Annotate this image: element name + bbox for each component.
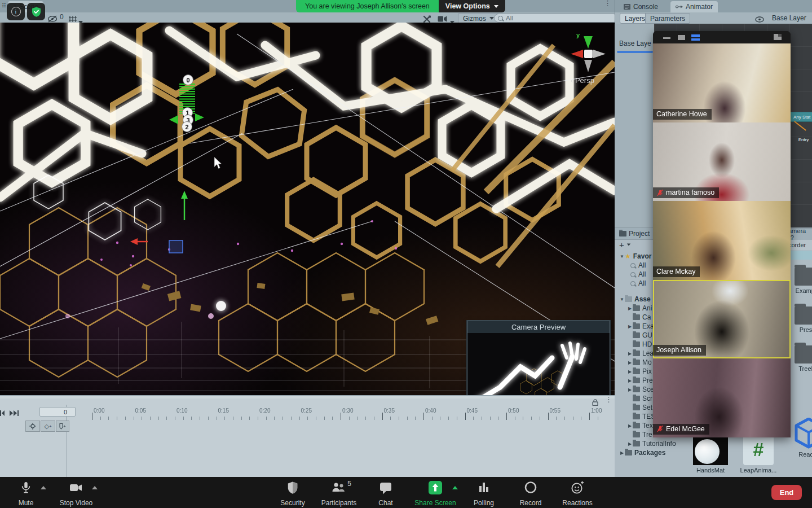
chevron-expanded-icon[interactable]: ▼ bbox=[619, 297, 625, 302]
folder-icon bbox=[633, 441, 640, 446]
timeline-tick-label: 0:40 bbox=[425, 408, 436, 414]
timeline-tick-minor bbox=[183, 417, 184, 420]
chevron-collapsed-icon[interactable]: ▶ bbox=[619, 450, 625, 456]
participants-button[interactable]: 5 Participants bbox=[315, 480, 363, 507]
tree-item-label: Tex bbox=[642, 422, 653, 430]
video-window-titlebar[interactable] bbox=[653, 31, 791, 43]
window-grid-icon: ⠿ bbox=[2, 2, 6, 10]
timeline-tick-minor bbox=[498, 417, 498, 420]
chevron-down-icon bbox=[489, 17, 494, 20]
asset-label: Readm bbox=[792, 451, 812, 458]
layout-icon[interactable] bbox=[774, 34, 782, 40]
add-asset-button[interactable]: + bbox=[619, 240, 624, 249]
info-badge[interactable]: i bbox=[7, 3, 25, 20]
animator-breadcrumb[interactable]: Base Layer bbox=[772, 14, 806, 22]
participant-name-chip: Joseph Allison bbox=[653, 345, 706, 356]
timeline-ruler[interactable]: 0:000:050:100:150:200:250:300:350:400:45… bbox=[0, 396, 605, 421]
chevron-collapsed-icon[interactable]: ▶ bbox=[627, 306, 633, 311]
participant-tile[interactable]: Joseph Allison bbox=[653, 280, 791, 359]
add-event-button[interactable]: + bbox=[56, 421, 69, 432]
stop-video-button[interactable]: Stop Video bbox=[52, 480, 100, 507]
chevron-collapsed-icon[interactable]: ▶ bbox=[627, 378, 633, 383]
layer-item[interactable]: Base Laye bbox=[619, 40, 651, 47]
timeline-tick-label: 0:10 bbox=[176, 408, 187, 414]
timeline-tick-minor bbox=[556, 417, 557, 420]
timeline-tick-label: 0:25 bbox=[301, 408, 312, 414]
security-badge[interactable] bbox=[27, 3, 45, 20]
video-options-chevron[interactable] bbox=[92, 486, 98, 489]
chevron-collapsed-icon[interactable]: ▶ bbox=[627, 423, 633, 428]
project-grid-folder[interactable]: TreeM bbox=[791, 345, 812, 372]
tab-animator[interactable]: Animator bbox=[670, 1, 718, 12]
persp-label[interactable]: ‹ Persp bbox=[571, 76, 594, 85]
chevron-collapsed-icon[interactable]: ▶ bbox=[627, 324, 633, 329]
end-button[interactable]: End bbox=[771, 485, 802, 500]
tab-console[interactable]: Console bbox=[619, 1, 663, 12]
share-screen-button[interactable]: Share Screen bbox=[411, 480, 460, 507]
tree-item-label: Tre bbox=[642, 431, 652, 439]
window-mode-icon[interactable] bbox=[678, 35, 685, 40]
tree-item-label: Ani bbox=[642, 304, 652, 312]
tree-item-label: GU bbox=[642, 331, 652, 339]
timeline-tick-minor bbox=[531, 417, 532, 420]
timeline-tick-minor bbox=[249, 417, 250, 420]
asset-readme[interactable]: Readm bbox=[792, 418, 812, 458]
timeline-panel: 0 0:000:050:100:150:200:250:300:350:400:… bbox=[0, 395, 615, 478]
tree-item-label: Mo bbox=[642, 358, 652, 366]
animator-subbar: Layers Parameters Base Layer bbox=[615, 12, 812, 24]
polling-button[interactable]: Polling bbox=[460, 480, 508, 507]
timeline-tick-minor bbox=[440, 417, 440, 420]
timeline-tick-minor bbox=[158, 417, 159, 420]
timeline-tick-minor bbox=[324, 417, 325, 420]
chevron-expanded-icon[interactable]: ▼ bbox=[619, 254, 625, 259]
tree-item-label: Set bbox=[642, 404, 652, 411]
participant-name-chip: Edel McGee bbox=[653, 424, 709, 435]
search-icon bbox=[630, 263, 636, 268]
asset-leapanima[interactable]: # LeapAnima... bbox=[740, 433, 777, 474]
tree-item-label: Lea bbox=[642, 349, 654, 357]
record-button[interactable]: Record bbox=[506, 480, 555, 507]
readme-cube-icon bbox=[794, 418, 812, 449]
scene-search-input[interactable]: All bbox=[494, 14, 618, 23]
gallery-view-icon[interactable] bbox=[691, 34, 700, 41]
chevron-collapsed-icon[interactable]: ▶ bbox=[627, 360, 633, 365]
chat-button[interactable]: Chat bbox=[361, 480, 410, 507]
project-grid-folder[interactable]: Prese bbox=[791, 306, 812, 333]
timeline-tick-minor bbox=[150, 417, 151, 420]
parameters-tab[interactable]: Parameters bbox=[645, 13, 690, 24]
minimize-icon[interactable] bbox=[663, 37, 670, 39]
participant-tile[interactable]: Edel McGee bbox=[653, 358, 791, 437]
share-options-chevron[interactable] bbox=[452, 486, 458, 489]
reactions-button[interactable]: Reactions bbox=[553, 480, 602, 507]
chevron-collapsed-icon[interactable]: ▶ bbox=[627, 351, 633, 356]
star-icon: ★ bbox=[625, 252, 631, 260]
view-options-button[interactable]: View Options bbox=[439, 0, 505, 12]
chevron-collapsed-icon[interactable]: ▶ bbox=[627, 441, 633, 446]
scene-viewport[interactable]: y ‹ Persp 0132 Camera Preview bbox=[0, 23, 615, 395]
participant-tile[interactable]: Catherine Howe bbox=[653, 43, 791, 122]
participant-tile[interactable]: Clare Mckay bbox=[653, 201, 791, 280]
timeline-tick-minor bbox=[598, 417, 598, 420]
security-button[interactable]: Security bbox=[268, 480, 317, 507]
timeline-tick-minor bbox=[291, 417, 292, 420]
chat-bubble-icon bbox=[379, 480, 392, 495]
scene-panel-menu-icon[interactable]: ⋮ bbox=[604, 2, 611, 5]
chevron-down-icon[interactable] bbox=[627, 243, 630, 246]
mute-options-chevron[interactable] bbox=[41, 486, 46, 489]
chevron-collapsed-icon[interactable]: ▶ bbox=[627, 369, 633, 374]
timeline-tick-major bbox=[506, 413, 507, 420]
lock-icon[interactable] bbox=[592, 398, 598, 408]
mic-muted-icon bbox=[656, 425, 664, 432]
scene-view-toolbar: 0 Gizmos All bbox=[0, 12, 615, 23]
record-keyframe-button[interactable] bbox=[25, 421, 40, 432]
asset-handsmat[interactable]: HandsMat bbox=[692, 433, 729, 474]
timeline-tick-minor bbox=[266, 417, 267, 420]
zoom-video-window[interactable]: Catherine Howe martina famoso Clare Mcka… bbox=[653, 31, 791, 437]
partial-row-recorder: corder bbox=[788, 240, 812, 250]
add-keyframe-button[interactable]: ◇+ bbox=[41, 421, 55, 432]
timeline-menu-icon[interactable]: ⋮ bbox=[605, 398, 612, 401]
mute-button[interactable]: Mute bbox=[2, 480, 50, 507]
participant-tile[interactable]: martina famoso bbox=[653, 122, 791, 202]
chevron-collapsed-icon[interactable]: ▶ bbox=[627, 387, 633, 392]
project-grid-folder[interactable]: Example bbox=[791, 268, 812, 294]
